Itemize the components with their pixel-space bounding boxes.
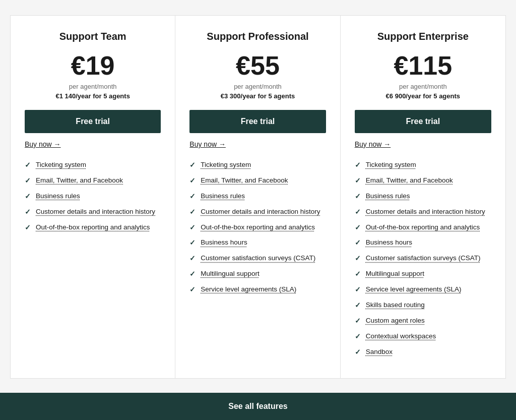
feature-label: Email, Twitter, and Facebook (366, 176, 453, 186)
list-item: ✓Business hours (189, 238, 326, 248)
list-item: ✓Ticketing system (25, 160, 161, 170)
plan-title-team: Support Team (25, 31, 161, 42)
list-item: ✓Business hours (355, 238, 491, 248)
plan-column-professional: Support Professional€55per agent/month€3… (175, 16, 340, 378)
list-item: ✓Out-of-the-box reporting and analytics (189, 223, 326, 232)
feature-label: Ticketing system (36, 160, 86, 170)
plan-per-enterprise: per agent/month (355, 83, 491, 90)
list-item: ✓Out-of-the-box reporting and analytics (355, 223, 491, 232)
list-item: ✓Email, Twitter, and Facebook (355, 176, 491, 186)
list-item: ✓Customer details and interaction histor… (189, 207, 326, 217)
plan-column-enterprise: Support Enterprise€115per agent/month€6 … (341, 16, 505, 378)
list-item: ✓Sandbox (355, 347, 491, 357)
list-item: ✓Multilingual support (189, 269, 326, 279)
feature-label: Out-of-the-box reporting and analytics (366, 223, 480, 232)
checkmark-icon: ✓ (189, 254, 196, 262)
plan-title-enterprise: Support Enterprise (355, 31, 491, 42)
plan-title-professional: Support Professional (189, 31, 326, 42)
checkmark-icon: ✓ (355, 192, 361, 200)
list-item: ✓Multilingual support (355, 269, 491, 279)
plan-annual-enterprise: €6 900/year for 5 agents (355, 92, 491, 100)
list-item: ✓Ticketing system (189, 160, 326, 170)
plan-price-enterprise: €115 (355, 52, 491, 79)
checkmark-icon: ✓ (355, 301, 361, 309)
list-item: ✓Business rules (355, 192, 491, 201)
feature-label: Customer satisfaction surveys (CSAT) (366, 254, 481, 263)
free-trial-button-professional[interactable]: Free trial (189, 110, 326, 133)
checkmark-icon: ✓ (25, 208, 31, 216)
pricing-grid: Support Team€19per agent/month€1 140/yea… (10, 15, 506, 379)
list-item: ✓Customer satisfaction surveys (CSAT) (355, 254, 491, 263)
feature-label: Email, Twitter, and Facebook (201, 176, 288, 186)
feature-label: Skills based routing (366, 301, 425, 310)
list-item: ✓Contextual workspaces (355, 332, 491, 341)
checkmark-icon: ✓ (25, 176, 31, 185)
buy-now-button-enterprise[interactable]: Buy now → (355, 140, 391, 148)
checkmark-icon: ✓ (355, 176, 361, 185)
feature-label: Business rules (201, 192, 245, 201)
plan-annual-professional: €3 300/year for 5 agents (189, 92, 326, 100)
plan-annual-team: €1 140/year for 5 agents (25, 92, 161, 100)
list-item: ✓Out-of-the-box reporting and analytics (25, 223, 161, 232)
checkmark-icon: ✓ (189, 208, 196, 216)
list-item: ✓Customer details and interaction histor… (25, 207, 161, 217)
feature-label: Business rules (366, 192, 410, 201)
free-trial-button-enterprise[interactable]: Free trial (355, 110, 491, 133)
checkmark-icon: ✓ (189, 161, 196, 169)
checkmark-icon: ✓ (189, 176, 196, 185)
checkmark-icon: ✓ (25, 223, 31, 231)
feature-label: Business hours (366, 238, 412, 248)
list-item: ✓Service level agreements (SLA) (189, 285, 326, 294)
feature-label: Customer details and interaction history (366, 207, 485, 217)
see-all-features-button[interactable]: See all features (0, 393, 516, 420)
feature-label: Out-of-the-box reporting and analytics (36, 223, 150, 232)
plan-per-team: per agent/month (25, 83, 161, 90)
checkmark-icon: ✓ (189, 270, 196, 278)
checkmark-icon: ✓ (355, 332, 361, 340)
plan-price-team: €19 (25, 52, 161, 79)
plan-per-professional: per agent/month (189, 83, 326, 90)
checkmark-icon: ✓ (189, 285, 196, 293)
feature-label: Business rules (36, 192, 80, 201)
list-item: ✓Skills based routing (355, 301, 491, 310)
checkmark-icon: ✓ (355, 161, 361, 169)
feature-label: Multilingual support (201, 269, 259, 279)
feature-label: Service level agreements (SLA) (366, 285, 462, 294)
free-trial-button-team[interactable]: Free trial (25, 110, 161, 133)
buy-now-button-professional[interactable]: Buy now → (189, 140, 226, 148)
checkmark-icon: ✓ (25, 192, 31, 200)
feature-label: Sandbox (366, 347, 393, 357)
list-item: ✓Business rules (25, 192, 161, 201)
plan-column-team: Support Team€19per agent/month€1 140/yea… (11, 16, 175, 378)
list-item: ✓Email, Twitter, and Facebook (189, 176, 326, 186)
feature-label: Customer details and interaction history (36, 207, 155, 217)
buy-now-button-team[interactable]: Buy now → (25, 140, 61, 148)
list-item: ✓Ticketing system (355, 160, 491, 170)
checkmark-icon: ✓ (189, 238, 196, 247)
list-item: ✓Email, Twitter, and Facebook (25, 176, 161, 186)
checkmark-icon: ✓ (355, 285, 361, 293)
feature-label: Business hours (201, 238, 247, 248)
checkmark-icon: ✓ (25, 161, 31, 169)
features-list-enterprise: ✓Ticketing system✓Email, Twitter, and Fa… (355, 160, 491, 357)
checkmark-icon: ✓ (355, 254, 361, 262)
list-item: ✓Customer satisfaction surveys (CSAT) (189, 254, 326, 263)
checkmark-icon: ✓ (189, 192, 196, 200)
feature-label: Service level agreements (SLA) (201, 285, 296, 294)
list-item: ✓Business rules (189, 192, 326, 201)
checkmark-icon: ✓ (355, 238, 361, 247)
checkmark-icon: ✓ (189, 223, 196, 231)
plan-price-professional: €55 (189, 52, 326, 79)
checkmark-icon: ✓ (355, 317, 361, 325)
feature-label: Ticketing system (366, 160, 416, 170)
checkmark-icon: ✓ (355, 223, 361, 231)
features-list-professional: ✓Ticketing system✓Email, Twitter, and Fa… (189, 160, 326, 294)
feature-label: Custom agent roles (366, 316, 425, 326)
list-item: ✓Service level agreements (SLA) (355, 285, 491, 294)
feature-label: Multilingual support (366, 269, 424, 279)
checkmark-icon: ✓ (355, 348, 361, 356)
feature-label: Email, Twitter, and Facebook (36, 176, 123, 186)
feature-label: Ticketing system (201, 160, 251, 170)
list-item: ✓Customer details and interaction histor… (355, 207, 491, 217)
list-item: ✓Custom agent roles (355, 316, 491, 326)
